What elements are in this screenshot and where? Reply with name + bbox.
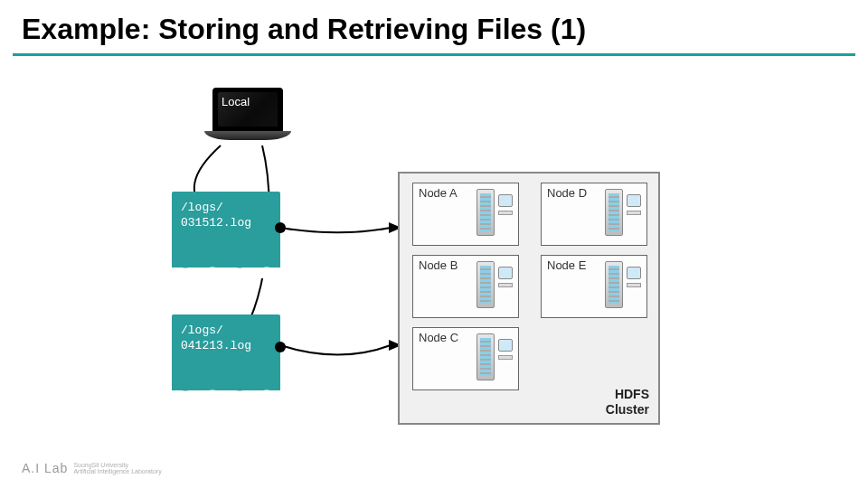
log-file-2: /logs/ 041213.log xyxy=(172,314,280,390)
connection-dot-2 xyxy=(275,342,286,352)
server-icon xyxy=(476,333,513,386)
server-icon xyxy=(476,261,513,314)
footer-logo: A.I Lab SoongSil University Artificial I… xyxy=(22,461,162,475)
slide-title: Example: Storing and Retrieving Files (1… xyxy=(0,0,868,53)
cluster-node-b: Node B xyxy=(412,255,519,318)
laptop-base xyxy=(204,131,291,140)
node-b-label: Node B xyxy=(419,258,458,272)
node-a-label: Node A xyxy=(419,186,458,200)
log-file-1: /logs/ 031512.log xyxy=(172,192,280,267)
footer-line2: Artificial Intelligence Laboratory xyxy=(73,468,161,474)
hdfs-cluster: Node A Node D Node B Node E xyxy=(398,172,660,425)
node-c-label: Node C xyxy=(419,331,458,344)
log-file-1-path: /logs/ xyxy=(181,201,271,216)
cluster-label-line2: Cluster xyxy=(606,402,649,417)
server-icon xyxy=(605,261,641,314)
log-file-2-name: 041213.log xyxy=(181,339,271,354)
footer-brand: A.I Lab xyxy=(22,461,68,475)
cluster-node-c: Node C xyxy=(412,327,519,390)
footer-subtext: SoongSil University Artificial Intellige… xyxy=(73,462,161,474)
cluster-node-a: Node A xyxy=(412,183,519,246)
cluster-label: HDFS Cluster xyxy=(606,387,649,418)
footer-line1: SoongSil University xyxy=(73,462,128,468)
laptop-screen: Local xyxy=(212,88,283,131)
node-d-label: Node D xyxy=(547,186,587,200)
server-icon xyxy=(476,189,513,241)
node-e-label: Node E xyxy=(547,258,586,272)
log-file-2-path: /logs/ xyxy=(181,324,271,339)
cluster-node-e: Node E xyxy=(541,255,647,318)
log-file-1-name: 031512.log xyxy=(181,216,271,231)
connection-dot-1 xyxy=(275,222,286,233)
local-laptop: Local xyxy=(204,88,291,147)
laptop-label: Local xyxy=(222,95,250,108)
diagram-area: Local /logs/ 031512.log /logs/ 041213.lo… xyxy=(0,56,868,454)
server-icon xyxy=(605,189,641,241)
cluster-node-d: Node D xyxy=(541,183,647,246)
cluster-label-line1: HDFS xyxy=(615,387,649,401)
